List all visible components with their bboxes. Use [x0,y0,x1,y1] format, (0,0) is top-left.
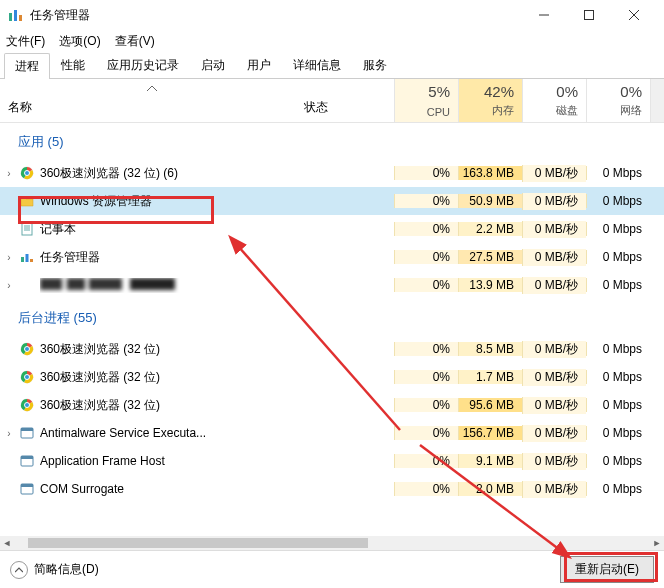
process-name: 任务管理器 [40,249,374,266]
cell-cpu: 0% [394,342,458,356]
menu-options[interactable]: 选项(O) [59,33,100,50]
col-name[interactable]: 名称 [0,79,304,122]
svg-rect-25 [21,456,33,459]
process-icon [18,221,36,237]
process-icon [18,481,36,497]
cell-cpu: 0% [394,398,458,412]
cell-net: 0 Mbps [586,454,650,468]
cell-disk: 0 MB/秒 [522,481,586,498]
app-icon [8,7,24,23]
process-icon [18,277,36,293]
process-row[interactable]: ›0%13.9 MB0 MB/秒0 Mbps [0,271,664,299]
cell-cpu: 0% [394,454,458,468]
scroll-thumb[interactable] [28,538,368,548]
scroll-left-icon[interactable]: ◄ [0,536,14,550]
svg-rect-0 [9,13,12,21]
process-row[interactable]: 记事本0%2.2 MB0 MB/秒0 Mbps [0,215,664,243]
cell-mem: 95.6 MB [458,398,522,412]
cell-mem: 2.0 MB [458,482,522,496]
scroll-right-icon[interactable]: ► [650,536,664,550]
maximize-button[interactable] [566,0,611,30]
window-title: 任务管理器 [30,7,521,24]
brief-info-link[interactable]: 简略信息(D) [34,561,560,578]
process-row[interactable]: ›Antimalware Service Executa...0%156.7 M… [0,419,664,447]
col-memory[interactable]: 42% 内存 [458,79,522,122]
cell-cpu: 0% [394,370,458,384]
process-name: 360极速浏览器 (32 位) [40,369,374,386]
process-name [40,278,374,293]
process-icon [18,193,36,209]
svg-rect-13 [21,257,24,262]
process-name: 记事本 [40,221,374,238]
cell-cpu: 0% [394,166,458,180]
expand-icon[interactable]: › [0,168,18,179]
process-row[interactable]: 360极速浏览器 (32 位)0%95.6 MB0 MB/秒0 Mbps [0,391,664,419]
process-row[interactable]: Application Frame Host0%9.1 MB0 MB/秒0 Mb… [0,447,664,475]
svg-point-21 [25,403,30,408]
tab-详细信息[interactable]: 详细信息 [282,52,352,78]
column-headers: 名称 状态 5% CPU 42% 内存 0% 磁盘 0% 网络 [0,79,664,123]
cell-mem: 156.7 MB [458,426,522,440]
process-name: Antimalware Service Executa... [40,426,374,440]
process-row[interactable]: Windows 资源管理器0%50.9 MB0 MB/秒0 Mbps [0,187,664,215]
process-icon [18,249,36,265]
process-icon [18,453,36,469]
process-row[interactable]: 360极速浏览器 (32 位)0%8.5 MB0 MB/秒0 Mbps [0,335,664,363]
tab-启动[interactable]: 启动 [190,52,236,78]
col-disk[interactable]: 0% 磁盘 [522,79,586,122]
menu-view[interactable]: 查看(V) [115,33,155,50]
cell-mem: 27.5 MB [458,250,522,264]
process-row[interactable]: 360极速浏览器 (32 位)0%1.7 MB0 MB/秒0 Mbps [0,363,664,391]
process-row[interactable]: ›任务管理器0%27.5 MB0 MB/秒0 Mbps [0,243,664,271]
cell-disk: 0 MB/秒 [522,277,586,294]
col-network[interactable]: 0% 网络 [586,79,650,122]
cell-mem: 163.8 MB [458,166,522,180]
cell-net: 0 Mbps [586,398,650,412]
sort-caret-icon [147,81,157,95]
horizontal-scrollbar[interactable]: ◄ ► [0,536,664,550]
titlebar: 任务管理器 [0,0,664,30]
cell-net: 0 Mbps [586,194,650,208]
process-list: 应用 (5) ›360极速浏览器 (32 位) (6)0%163.8 MB0 M… [0,123,664,573]
cell-disk: 0 MB/秒 [522,249,586,266]
vertical-scrollbar[interactable] [650,79,664,122]
group-background: 后台进程 (55) [0,299,664,335]
close-button[interactable] [611,0,656,30]
menu-file[interactable]: 文件(F) [6,33,45,50]
restart-button[interactable]: 重新启动(E) [560,556,654,583]
svg-rect-15 [30,259,33,262]
process-name: Application Frame Host [40,454,374,468]
process-name: 360极速浏览器 (32 位) [40,397,374,414]
cell-disk: 0 MB/秒 [522,341,586,358]
cell-cpu: 0% [394,482,458,496]
cell-net: 0 Mbps [586,426,650,440]
cell-net: 0 Mbps [586,482,650,496]
tab-进程[interactable]: 进程 [4,53,50,79]
tab-性能[interactable]: 性能 [50,52,96,78]
process-row[interactable]: COM Surrogate0%2.0 MB0 MB/秒0 Mbps [0,475,664,503]
group-apps: 应用 (5) [0,123,664,159]
cell-mem: 50.9 MB [458,194,522,208]
process-icon [18,369,36,385]
svg-rect-23 [21,428,33,431]
col-name-label: 名称 [8,99,32,116]
expand-icon[interactable]: › [0,280,18,291]
process-row[interactable]: ›360极速浏览器 (32 位) (6)0%163.8 MB0 MB/秒0 Mb… [0,159,664,187]
col-cpu[interactable]: 5% CPU [394,79,458,122]
expand-icon[interactable]: › [0,428,18,439]
minimize-button[interactable] [521,0,566,30]
process-icon [18,397,36,413]
tab-应用历史记录[interactable]: 应用历史记录 [96,52,190,78]
expand-icon[interactable]: › [0,252,18,263]
cell-disk: 0 MB/秒 [522,369,586,386]
cell-net: 0 Mbps [586,370,650,384]
chevron-up-icon[interactable] [10,561,28,579]
tab-服务[interactable]: 服务 [352,52,398,78]
tab-用户[interactable]: 用户 [236,52,282,78]
cell-disk: 0 MB/秒 [522,221,586,238]
svg-rect-14 [26,254,29,262]
col-status[interactable]: 状态 [304,79,394,122]
svg-rect-2 [19,15,22,21]
cell-mem: 9.1 MB [458,454,522,468]
cell-disk: 0 MB/秒 [522,165,586,182]
